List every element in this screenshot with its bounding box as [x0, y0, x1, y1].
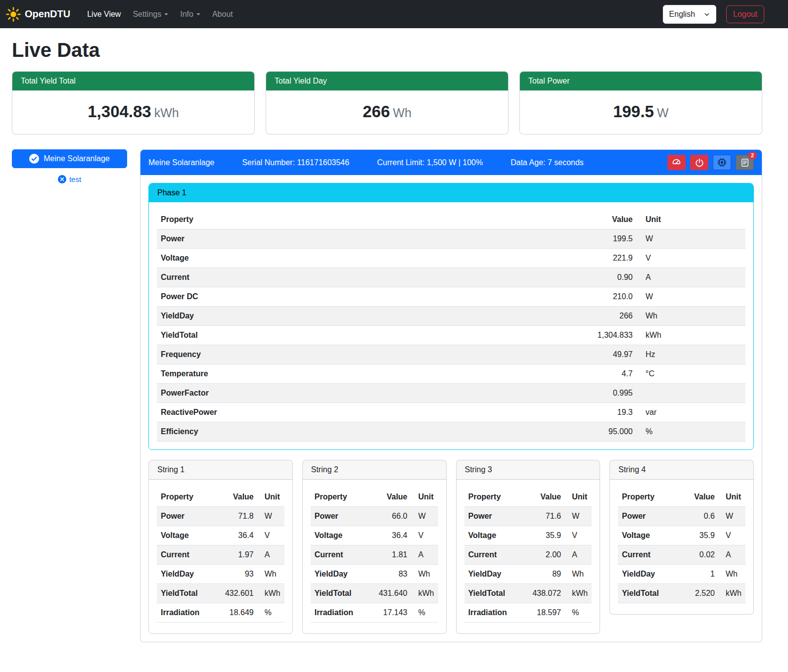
- logout-button[interactable]: Logout: [726, 5, 764, 23]
- value-cell: 35.9: [521, 526, 565, 545]
- limit-settings-button[interactable]: [667, 155, 686, 170]
- table-row: Irradiation18.649%: [157, 603, 284, 623]
- value-cell: 432.601: [213, 584, 258, 603]
- value-cell: 89: [521, 565, 565, 584]
- table-header-row: Property Value Unit: [157, 210, 745, 229]
- string-card-header: String 3: [457, 460, 600, 480]
- string-table: Property Value Unit Power66.0WVoltage36.…: [311, 488, 438, 623]
- property-cell: YieldTotal: [618, 584, 679, 603]
- chevron-down-icon: [704, 11, 710, 17]
- strings-row: String 1 Property Value Unit: [148, 460, 754, 634]
- table-row: Voltage36.4V: [311, 526, 438, 545]
- unit-cell: Hz: [637, 345, 745, 364]
- unit-cell: Wh: [637, 307, 745, 326]
- navbar: OpenDTU Live View Settings Info About En…: [0, 0, 788, 28]
- column-header-unit: Unit: [565, 488, 592, 507]
- journal-icon: [741, 158, 749, 167]
- summary-card-body: 199.5W: [520, 90, 762, 134]
- property-cell: Frequency: [157, 345, 444, 364]
- property-cell: Irradiation: [311, 603, 367, 623]
- phase-table: Property Value Unit Power199.5WVoltage22…: [157, 210, 745, 442]
- unit-cell: [637, 384, 745, 403]
- phase-panel: Phase 1 Property Value Unit Power199.5WV…: [148, 183, 754, 450]
- unit-cell: A: [412, 545, 438, 565]
- property-cell: Voltage: [311, 526, 367, 545]
- x-circle-icon: [58, 175, 66, 183]
- summary-value: 199.5: [613, 102, 654, 121]
- table-row: Voltage36.4V: [157, 526, 284, 545]
- property-cell: Irradiation: [157, 603, 213, 623]
- table-row: Power199.5W: [157, 229, 745, 249]
- value-cell: 71.8: [213, 507, 258, 526]
- property-cell: Irradiation: [464, 603, 521, 623]
- unit-cell: V: [719, 526, 745, 545]
- column-header-unit: Unit: [719, 488, 745, 507]
- column-header-value: Value: [213, 488, 258, 507]
- unit-cell: W: [637, 229, 745, 249]
- brand[interactable]: OpenDTU: [6, 7, 70, 22]
- unit-cell: V: [565, 526, 592, 545]
- caret-down-icon: [164, 13, 168, 15]
- summary-unit: kWh: [154, 106, 179, 120]
- value-cell: 210.0: [444, 287, 637, 307]
- string-card-1: String 1 Property Value Unit: [148, 460, 293, 634]
- property-cell: YieldDay: [157, 565, 213, 584]
- table-row: Power71.6W: [464, 507, 592, 526]
- string-card-header: String 4: [610, 460, 753, 480]
- property-cell: Power: [618, 507, 679, 526]
- inverter-actions: 2: [667, 155, 754, 170]
- value-cell: 83: [367, 565, 412, 584]
- nav-about[interactable]: About: [207, 6, 238, 23]
- check-circle-icon: [29, 154, 39, 164]
- property-cell: Power: [311, 507, 367, 526]
- value-cell: 199.5: [444, 229, 637, 249]
- string-card-2: String 2 Property Value Unit: [302, 460, 447, 634]
- property-cell: YieldTotal: [464, 584, 521, 603]
- property-cell: Current: [464, 545, 521, 565]
- property-cell: YieldTotal: [157, 326, 444, 345]
- column-header-property: Property: [464, 488, 521, 507]
- nav-live-view[interactable]: Live View: [82, 6, 126, 23]
- string-card-header: String 2: [303, 460, 446, 480]
- sidebar-item-test[interactable]: test: [12, 175, 127, 183]
- unit-cell: V: [258, 526, 284, 545]
- inverter-card-header: Meine Solaranlage Serial Number: 1161716…: [140, 150, 762, 175]
- table-row: Frequency49.97Hz: [157, 345, 745, 364]
- property-cell: Power: [464, 507, 521, 526]
- table-row: YieldDay83Wh: [311, 565, 438, 584]
- language-select[interactable]: English: [663, 5, 716, 24]
- property-cell: YieldDay: [618, 565, 679, 584]
- column-header-value: Value: [680, 488, 719, 507]
- property-cell: Power DC: [157, 287, 444, 307]
- event-log-button[interactable]: 2: [736, 155, 754, 170]
- unit-cell: Wh: [565, 565, 592, 584]
- table-row: Current0.90A: [157, 268, 745, 287]
- unit-cell: var: [637, 403, 745, 422]
- inverter-select-button[interactable]: Meine Solaranlage: [12, 149, 127, 168]
- column-header-property: Property: [618, 488, 679, 507]
- inverter-limit: Current Limit: 1,500 W | 100%: [377, 158, 483, 167]
- summary-card-body: 1,304.83kWh: [12, 90, 254, 134]
- string-table: Property Value Unit Power71.6WVoltage35.…: [464, 488, 592, 623]
- summary-card-total-power: Total Power 199.5W: [519, 71, 762, 134]
- unit-cell: W: [412, 507, 438, 526]
- value-cell: 49.97: [444, 345, 637, 364]
- nav-settings[interactable]: Settings: [128, 6, 173, 23]
- unit-cell: A: [565, 545, 592, 565]
- brand-label: OpenDTU: [25, 8, 70, 20]
- inverter-sidebar: Meine Solaranlage test: [12, 149, 127, 183]
- property-cell: ReactivePower: [157, 403, 444, 422]
- value-cell: 431.640: [367, 584, 412, 603]
- property-cell: Temperature: [157, 364, 444, 384]
- table-row: Current1.81A: [311, 545, 438, 565]
- nav-info[interactable]: Info: [175, 6, 205, 23]
- value-cell: 36.4: [367, 526, 412, 545]
- page-title: Live Data: [12, 39, 762, 61]
- unit-cell: kWh: [637, 326, 745, 345]
- unit-cell: kWh: [719, 584, 745, 603]
- table-row: Current2.00A: [464, 545, 592, 565]
- device-info-button[interactable]: [713, 155, 731, 170]
- unit-cell: W: [565, 507, 592, 526]
- value-cell: 18.597: [521, 603, 565, 623]
- power-button[interactable]: [690, 155, 708, 170]
